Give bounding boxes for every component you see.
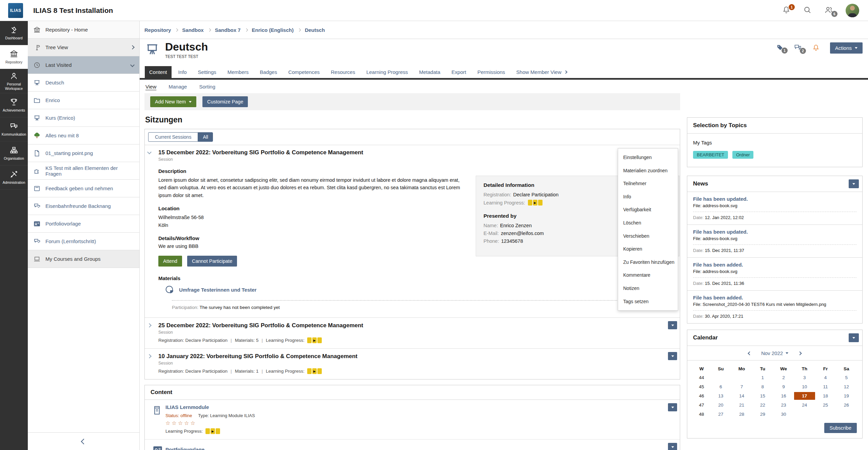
calendar-actions-dropdown-button[interactable] xyxy=(849,333,859,342)
session-title[interactable]: 25 December 2022: Vorbereitung SIG Portf… xyxy=(158,322,680,329)
rail-item-organisation[interactable]: Organisation xyxy=(0,141,28,165)
collapse-session-icon[interactable] xyxy=(147,150,152,154)
sidebar-collapse-button[interactable] xyxy=(28,432,139,450)
item-link[interactable]: Portfoliovorlage xyxy=(165,447,680,450)
menu-item-kopieren[interactable]: Kopieren xyxy=(618,242,678,256)
item-actions-dropdown-button[interactable] xyxy=(668,403,677,411)
breadcrumb-link[interactable]: Sandbox 7 xyxy=(215,27,241,33)
menu-item-zu-favoriten[interactable]: Zu Favoriten hinzufügen xyxy=(618,256,678,269)
calendar-day[interactable]: 19 xyxy=(836,392,857,400)
expand-session-icon[interactable] xyxy=(147,323,152,328)
menu-item-verschieben[interactable]: Verschieben xyxy=(618,230,678,243)
sidebar-item-kurs-enrico[interactable]: Kurs (Enrico) xyxy=(28,109,139,127)
calendar-day[interactable]: 6 xyxy=(710,383,731,391)
filter-current-sessions-button[interactable]: Current Sessions xyxy=(148,132,198,142)
subscribe-button[interactable]: Subscribe xyxy=(824,423,857,433)
calendar-day[interactable]: 1 xyxy=(752,374,773,381)
sidebar-item-repository-home[interactable]: Repository - Home xyxy=(28,21,139,39)
expand-session-icon[interactable] xyxy=(147,354,152,358)
sidebar-item-alles-neu-mit-8[interactable]: Alles neu mit 8 xyxy=(28,127,139,144)
calendar-day[interactable]: 11 xyxy=(815,383,836,391)
tags-button[interactable]: 1 xyxy=(776,44,784,52)
tab-export[interactable]: Export xyxy=(447,66,471,78)
calendar-day[interactable]: 15 xyxy=(752,392,773,400)
calendar-day[interactable]: 2 xyxy=(773,374,794,381)
sidebar-item-ks-test[interactable]: KS Test mit allen Elementen der Fragen xyxy=(28,162,139,180)
session-title[interactable]: 10 January 2022: Vorbereitung SIG Portfo… xyxy=(158,353,680,360)
session-title[interactable]: 15 December 2022: Vorbereitung SIG Portf… xyxy=(158,149,680,156)
calendar-day[interactable]: 13 xyxy=(710,392,731,400)
tab-info[interactable]: Info xyxy=(174,66,191,78)
rail-item-repository[interactable]: Repository xyxy=(0,45,28,69)
next-month-button[interactable] xyxy=(798,351,802,355)
session-actions-dropdown-button[interactable] xyxy=(668,352,677,360)
tab-metadata[interactable]: Metadata xyxy=(415,66,445,78)
tab-learning-progress[interactable]: Learning Progress xyxy=(362,66,412,78)
calendar-day-selected[interactable]: 17 xyxy=(794,392,815,400)
ilias-logo[interactable]: ILIAS xyxy=(8,3,23,18)
rating-stars[interactable]: ☆☆☆☆☆ xyxy=(165,420,680,426)
sidebar-item-enrico[interactable]: Enrico xyxy=(28,92,139,109)
material-link[interactable]: Umfrage Testerinnen und Tester xyxy=(179,287,257,293)
subtab-sorting[interactable]: Sorting xyxy=(199,84,215,90)
attend-button[interactable]: Attend xyxy=(158,256,182,267)
sidebar-item-starting-point-file[interactable]: 01_starting point.png xyxy=(28,144,139,162)
subtab-view[interactable]: View xyxy=(145,84,156,90)
item-link[interactable]: ILIAS Lernmodule xyxy=(165,404,680,410)
calendar-day[interactable]: 28 xyxy=(731,410,752,418)
month-selector[interactable]: Nov 2022 xyxy=(761,350,788,356)
filter-all-button[interactable]: All xyxy=(198,132,213,142)
menu-item-einstellungen[interactable]: Einstellungen xyxy=(618,151,678,164)
menu-item-materialien-zuordnen[interactable]: Materialien zuordnen xyxy=(618,164,678,177)
actions-button[interactable]: Actions xyxy=(830,42,863,54)
tag-chip[interactable]: Ordner xyxy=(732,151,753,159)
tab-permissions[interactable]: Permissions xyxy=(473,66,510,78)
session-actions-dropdown-button[interactable] xyxy=(668,321,677,329)
calendar-day[interactable]: 30 xyxy=(773,410,794,418)
calendar-day[interactable]: 20 xyxy=(710,401,731,409)
sidebar-item-eisenbahnfreunde[interactable]: Eisenbahnfreunde Backnang xyxy=(28,197,139,215)
menu-item-notizen[interactable]: Notizen xyxy=(618,282,678,295)
calendar-day[interactable]: 12 xyxy=(836,383,857,391)
rail-item-achievements[interactable]: Achievements xyxy=(0,93,28,117)
calendar-day[interactable]: 18 xyxy=(815,392,836,400)
customize-page-button[interactable]: Customize Page xyxy=(202,96,248,107)
tab-content[interactable]: Content xyxy=(145,66,172,78)
news-title[interactable]: File has been updated. xyxy=(693,229,856,235)
learning-progress-icon[interactable] xyxy=(307,368,322,374)
news-title[interactable]: File has been added. xyxy=(693,262,856,268)
news-title[interactable]: File has been updated. xyxy=(693,196,856,202)
menu-item-teilnehmer[interactable]: Teilnehmer xyxy=(618,177,678,190)
item-actions-dropdown-button[interactable] xyxy=(668,443,677,450)
cannot-participate-button[interactable]: Cannot Participate xyxy=(187,256,237,267)
user-avatar[interactable] xyxy=(846,4,859,17)
rail-item-dashboard[interactable]: Dashboard xyxy=(0,21,28,45)
sidebar-item-forum-lernfortschritt[interactable]: Forum (Lernfortschritt) xyxy=(28,233,139,250)
add-new-item-button[interactable]: Add New Item xyxy=(150,96,196,107)
breadcrumb-link[interactable]: Enrico (Englisch) xyxy=(252,27,294,33)
comments-button[interactable]: 2 xyxy=(794,43,802,53)
calendar-day[interactable]: 4 xyxy=(815,374,836,381)
rail-item-administration[interactable]: Administration xyxy=(0,165,28,190)
notifications-button[interactable]: 1 xyxy=(782,5,791,15)
breadcrumb-link[interactable]: Deutsch xyxy=(305,27,325,33)
contacts-button[interactable]: 6 xyxy=(824,5,833,16)
previous-month-button[interactable] xyxy=(748,351,751,355)
tab-settings[interactable]: Settings xyxy=(194,66,221,78)
menu-item-info[interactable]: Info xyxy=(618,190,678,203)
calendar-day[interactable]: 22 xyxy=(752,401,773,409)
calendar-day[interactable]: 16 xyxy=(773,392,794,400)
menu-item-loeschen[interactable]: Löschen xyxy=(618,216,678,230)
learning-progress-icon[interactable] xyxy=(205,428,220,434)
sidebar-item-my-courses-and-groups[interactable]: My Courses and Groups xyxy=(28,250,139,268)
calendar-day[interactable]: 25 xyxy=(815,401,836,409)
breadcrumb-link[interactable]: Repository xyxy=(144,27,171,33)
sidebar-item-portfoliovorlage[interactable]: Portfoliovorlage xyxy=(28,215,139,233)
tab-badges[interactable]: Badges xyxy=(255,66,281,78)
news-actions-dropdown-button[interactable] xyxy=(849,179,859,188)
search-button[interactable] xyxy=(803,5,812,15)
calendar-day[interactable]: 24 xyxy=(794,401,815,409)
menu-item-verfuegbarkeit[interactable]: Verfügbarkeit xyxy=(618,203,678,216)
sidebar-item-tree-view[interactable]: Tree View xyxy=(28,39,139,56)
calendar-day[interactable]: 8 xyxy=(752,383,773,391)
